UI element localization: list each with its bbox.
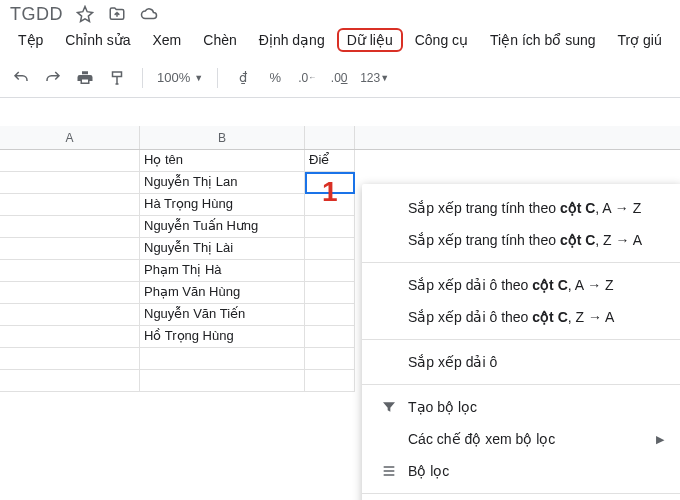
menu-separator — [362, 493, 680, 494]
cell[interactable]: Nguyễn Thị Lài — [140, 238, 305, 260]
cell[interactable] — [305, 370, 355, 392]
cell[interactable] — [0, 326, 140, 348]
column-headers: A B — [0, 126, 680, 150]
cell[interactable]: Phạm Thị Hà — [140, 260, 305, 282]
cell[interactable] — [0, 238, 140, 260]
zoom-value: 100% — [157, 70, 190, 85]
cell[interactable] — [305, 238, 355, 260]
cell[interactable] — [0, 260, 140, 282]
menu-help[interactable]: Trợ giú — [608, 28, 672, 52]
column-header-B[interactable]: B — [140, 126, 305, 149]
cell[interactable] — [305, 282, 355, 304]
move-folder-icon[interactable] — [107, 4, 127, 24]
cell[interactable] — [140, 370, 305, 392]
caret-down-icon: ▼ — [194, 73, 203, 83]
menu-separator — [362, 262, 680, 263]
print-icon[interactable] — [74, 66, 96, 90]
menu-slicer[interactable]: Bộ lọc — [362, 455, 680, 487]
cell[interactable] — [305, 216, 355, 238]
menu-sort-range-za[interactable]: Sắp xếp dải ô theo cột C, Z → A — [362, 301, 680, 333]
menu-file[interactable]: Tệp — [8, 28, 53, 52]
cell[interactable] — [0, 172, 140, 194]
cell[interactable]: Nguyễn Văn Tiến — [140, 304, 305, 326]
title-bar: TGDD — [0, 0, 680, 26]
toolbar: 100% ▼ ₫ % .0← .00 123▼ — [0, 58, 680, 98]
cell[interactable]: Hồ Trọng Hùng — [140, 326, 305, 348]
undo-icon[interactable] — [10, 66, 32, 90]
menu-addons[interactable]: Tiện ích bổ sung — [480, 28, 605, 52]
callout-1: 1 — [322, 176, 338, 208]
format-currency[interactable]: ₫ — [232, 66, 254, 90]
column-header-C[interactable] — [305, 126, 355, 149]
decrease-decimal[interactable]: .0← — [296, 66, 318, 90]
cell[interactable] — [0, 304, 140, 326]
divider — [142, 68, 143, 88]
cell[interactable] — [0, 348, 140, 370]
header-cell-name[interactable]: Họ tên — [140, 150, 305, 172]
menu-separator — [362, 384, 680, 385]
cell[interactable] — [0, 150, 140, 172]
format-123[interactable]: 123▼ — [360, 66, 389, 90]
cell[interactable]: Phạm Văn Hùng — [140, 282, 305, 304]
cell[interactable] — [305, 326, 355, 348]
cell[interactable] — [305, 348, 355, 370]
paint-format-icon[interactable] — [106, 66, 128, 90]
menu-format[interactable]: Định dạng — [249, 28, 335, 52]
menu-sort-range[interactable]: Sắp xếp dải ô — [362, 346, 680, 378]
menu-data[interactable]: Dữ liệu — [337, 28, 403, 52]
cell[interactable] — [305, 304, 355, 326]
data-menu-dropdown: Sắp xếp trang tính theo cột C, A → Z Sắp… — [362, 184, 680, 500]
menu-sort-sheet-az[interactable]: Sắp xếp trang tính theo cột C, A → Z — [362, 192, 680, 224]
menu-edit[interactable]: Chỉnh sửa — [55, 28, 140, 52]
filter-icon — [380, 399, 398, 415]
cell[interactable] — [0, 194, 140, 216]
cell[interactable]: Nguyễn Tuấn Hưng — [140, 216, 305, 238]
column-header-A[interactable]: A — [0, 126, 140, 149]
star-icon[interactable] — [75, 4, 95, 24]
increase-decimal[interactable]: .00 — [328, 66, 350, 90]
doc-title[interactable]: TGDD — [10, 4, 63, 25]
menu-filter-views[interactable]: Các chế độ xem bộ lọc ▶ — [362, 423, 680, 455]
cell[interactable] — [140, 348, 305, 370]
menu-sort-range-az[interactable]: Sắp xếp dải ô theo cột C, A → Z — [362, 269, 680, 301]
divider — [217, 68, 218, 88]
zoom-control[interactable]: 100% ▼ — [157, 70, 203, 85]
menubar: Tệp Chỉnh sửa Xem Chèn Định dạng Dữ liệu… — [0, 26, 680, 58]
cell[interactable]: Nguyễn Thị Lan — [140, 172, 305, 194]
format-percent[interactable]: % — [264, 66, 286, 90]
menu-tools[interactable]: Công cụ — [405, 28, 478, 52]
cell[interactable] — [0, 216, 140, 238]
menu-separator — [362, 339, 680, 340]
menu-view[interactable]: Xem — [143, 28, 192, 52]
cell[interactable] — [305, 260, 355, 282]
redo-icon[interactable] — [42, 66, 64, 90]
header-cell-score[interactable]: Điể — [305, 150, 355, 172]
menu-insert[interactable]: Chèn — [193, 28, 246, 52]
slicer-icon — [380, 463, 398, 479]
table-row: Họ tên Điể — [0, 150, 680, 172]
menu-create-filter[interactable]: Tạo bộ lọc — [362, 391, 680, 423]
cloud-icon[interactable] — [139, 4, 159, 24]
cell[interactable] — [0, 282, 140, 304]
submenu-arrow-icon: ▶ — [656, 433, 664, 446]
main-area: A B Họ tên Điể Nguyễn Thị Lan Hà Trọng H… — [0, 126, 680, 392]
cell[interactable]: Hà Trọng Hùng — [140, 194, 305, 216]
menu-sort-sheet-za[interactable]: Sắp xếp trang tính theo cột C, Z → A — [362, 224, 680, 256]
cell[interactable] — [0, 370, 140, 392]
